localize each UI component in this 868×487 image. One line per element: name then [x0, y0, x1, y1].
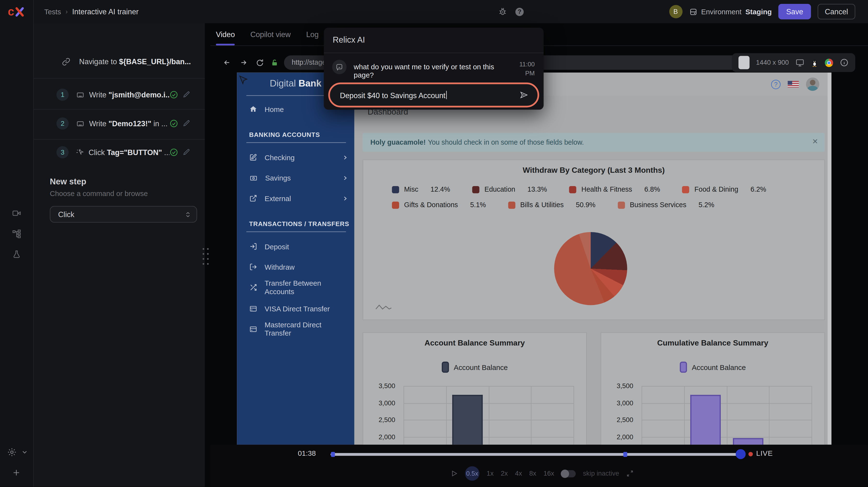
legend-swatch	[508, 201, 516, 209]
save-button[interactable]: Save	[778, 4, 811, 20]
monitor-icon[interactable]	[796, 58, 805, 67]
add-icon[interactable]	[12, 468, 20, 477]
chevron-down-icon[interactable]	[21, 449, 28, 456]
step-success-icon	[169, 119, 178, 128]
timeline-marker[interactable]	[331, 452, 335, 457]
environment-icon	[689, 7, 697, 16]
command-select-value: Click	[58, 210, 74, 218]
app-window: c Tests › Int	[0, 0, 868, 487]
speed-4x-button[interactable]: 4x	[515, 469, 522, 477]
keyboard-icon	[76, 120, 85, 127]
bank-help-icon[interactable]: ?	[771, 80, 781, 89]
send-icon[interactable]	[519, 91, 529, 99]
browser-action-button[interactable]	[738, 56, 749, 69]
timeline-knob[interactable]	[736, 449, 746, 459]
bank-nav-external[interactable]: External	[249, 192, 348, 204]
bar-legend: Account Balance	[601, 362, 824, 373]
edit-step-icon[interactable]	[183, 120, 190, 127]
edit-step-icon[interactable]	[183, 149, 190, 156]
video-camera-icon[interactable]	[11, 209, 22, 218]
bar-chart-title: Cumulative Balance Summary	[601, 338, 824, 347]
legend-item: Health & Fitness6.8%	[569, 186, 660, 193]
speed-16x-button[interactable]: 16x	[544, 469, 554, 477]
play-icon[interactable]	[451, 469, 458, 477]
pie-legend-row-2: Gifts & Donations5.1% Bills & Utilities5…	[392, 201, 714, 209]
edit-step-icon[interactable]	[183, 91, 190, 99]
legend-swatch	[392, 186, 399, 193]
click-cursor-icon	[76, 148, 84, 156]
bank-nav-withdraw[interactable]: Withdraw	[249, 261, 348, 273]
bank-nav-savings[interactable]: Savings	[249, 172, 348, 184]
bug-report-icon[interactable]	[498, 7, 507, 16]
flask-icon[interactable]	[11, 250, 22, 259]
fullscreen-icon[interactable]	[626, 469, 634, 477]
legend-swatch	[392, 201, 399, 209]
environment-value[interactable]: Staging	[745, 7, 772, 16]
forward-icon[interactable]	[239, 59, 248, 66]
skip-inactive-toggle[interactable]	[561, 470, 576, 477]
bank-nav-transfer[interactable]: Transfer Between Accounts	[249, 281, 348, 294]
panel-resize-handle[interactable]	[203, 248, 209, 265]
test-steps-panel: Navigate to ${BASE_URL}/ban... 1 Write "…	[33, 23, 205, 487]
step-row-1[interactable]: 1 Write "jsmith@demo.i...	[33, 87, 205, 103]
step-row-3[interactable]: 3 Click Tag="BUTTON" ...	[33, 144, 205, 161]
step-number: 3	[56, 146, 68, 158]
speed-8x-button[interactable]: 8x	[529, 469, 536, 477]
cx-logo[interactable]: c	[8, 5, 25, 19]
external-link-icon	[249, 194, 257, 202]
alert-close-icon[interactable]: ✕	[812, 138, 818, 146]
step-navigate[interactable]: Navigate to ${BASE_URL}/ban...	[33, 53, 205, 70]
back-icon[interactable]	[223, 59, 231, 66]
breadcrumb-tests-link[interactable]: Tests	[44, 7, 61, 16]
sign-in-icon	[249, 243, 257, 250]
money-icon	[249, 174, 258, 181]
ssl-padlock-icon[interactable]	[271, 58, 279, 67]
legend-swatch	[441, 362, 449, 373]
tab-log[interactable]: Log	[306, 23, 319, 45]
step-navigate-label: Navigate to ${BASE_URL}/ban...	[79, 57, 191, 66]
bank-nav-mastercard-transfer[interactable]: Mastercard Direct Transfer	[249, 323, 348, 335]
timeline-track[interactable]	[331, 453, 745, 456]
help-icon[interactable]: ?	[516, 7, 524, 16]
credit-card-icon	[249, 325, 257, 333]
speed-0-5x-button[interactable]: 0.5x	[465, 466, 479, 481]
tab-copilot-view[interactable]: Copilot view	[250, 23, 290, 45]
legend-swatch	[680, 362, 687, 373]
speed-1x-button[interactable]: 1x	[487, 469, 494, 477]
bar	[452, 395, 483, 445]
bank-user-avatar[interactable]	[806, 78, 819, 91]
tab-video[interactable]: Video	[216, 23, 235, 45]
new-step-title: New step	[50, 177, 87, 186]
text-caret	[446, 91, 446, 99]
speed-2x-button[interactable]: 2x	[501, 469, 508, 477]
legend-item: Business Services5.2%	[618, 201, 714, 209]
user-avatar[interactable]: B	[669, 5, 682, 19]
cancel-button[interactable]: Cancel	[817, 4, 856, 20]
svg-text:c: c	[8, 5, 14, 18]
us-flag-icon[interactable]	[788, 81, 799, 88]
bank-section-accounts: BANKING ACCOUNTS	[249, 131, 320, 138]
video-viewport[interactable]: Digital Bank Home BANKING ACCOUNTS Check…	[237, 72, 831, 445]
chevron-right-icon	[343, 154, 348, 160]
legend-item: Misc12.4%	[392, 186, 450, 193]
step-row-2[interactable]: 2 Write "Demo123!" in ...	[33, 115, 205, 132]
alert-bold-text: Holy guacamole!	[370, 138, 426, 146]
command-select[interactable]: Click	[50, 206, 197, 223]
assistant-message: what do you want me to verify or test on…	[354, 62, 515, 79]
prompt-input[interactable]: Deposit $40 to Savings Account	[328, 83, 539, 108]
reload-icon[interactable]	[256, 58, 264, 67]
flow-tree-icon[interactable]	[11, 229, 22, 238]
info-icon[interactable]	[840, 58, 848, 67]
bank-nav-visa-transfer[interactable]: VISA Direct Transfer	[249, 302, 348, 314]
credit-card-icon	[249, 305, 257, 312]
withdraw-pie	[554, 232, 627, 305]
bank-nav-deposit[interactable]: Deposit	[249, 240, 348, 252]
bank-nav-checking[interactable]: Checking	[249, 151, 348, 163]
video-player-bar: 01:38 LIVE 0.5x 1x 2x 4x 8x 16x skip ina…	[211, 445, 868, 487]
select-chevrons-icon	[185, 210, 191, 218]
timeline-marker[interactable]	[623, 452, 627, 457]
page-scrollbar[interactable]	[828, 72, 831, 445]
bar	[733, 438, 763, 445]
environment-label: Environment	[701, 7, 742, 16]
settings-gear-icon[interactable]	[7, 448, 17, 457]
